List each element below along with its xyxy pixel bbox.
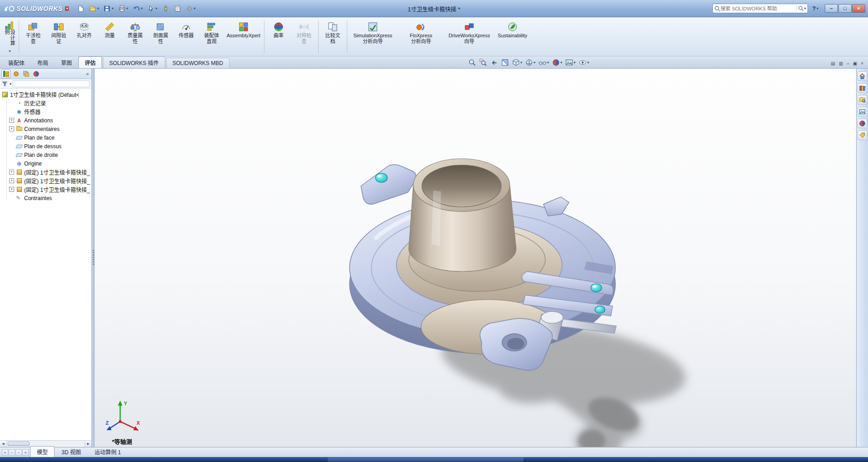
display-style-button[interactable]: ▾ [524,58,536,67]
lug-pin[interactable] [591,284,602,292]
print-button[interactable]: ▾ [117,4,130,14]
tree-item-component-1[interactable]: + (固定) 1寸卫生级卡箍快接_ [9,168,91,176]
tree-item-sensors[interactable]: ◉ 传感器 [9,107,91,116]
section-properties-button[interactable]: 剖面属性 [148,19,173,55]
design-library-tab[interactable] [858,83,867,93]
design-study-button[interactable]: 设计算例 ▾ [2,19,17,55]
hinge-lug[interactable] [361,165,416,204]
tab-evaluate[interactable]: 评估 [78,56,102,68]
previous-tab-button[interactable]: ‹ [9,449,15,456]
search-go-button[interactable]: ▾ [796,5,806,11]
scrollbar-track[interactable] [7,441,85,447]
rebuild-button[interactable] [160,4,171,14]
sensors-button[interactable]: 传感器 [173,19,199,55]
previous-view-button[interactable] [489,58,499,67]
new-document-button[interactable] [75,4,86,14]
appearances-tab[interactable] [858,119,867,128]
first-tab-button[interactable]: « [2,449,8,456]
select-button[interactable]: ▾ [146,4,159,14]
interference-check-button[interactable]: 干涉检查 [20,19,46,55]
measure-button[interactable]: 测量 [97,19,122,55]
undo-button[interactable]: ▾ [131,4,145,14]
apply-scene-button[interactable]: ▾ [564,58,576,67]
file-explorer-tab[interactable] [858,95,867,105]
view-palette-tab[interactable] [858,107,867,116]
open-button[interactable]: ▾ [87,4,101,14]
expand-toggle[interactable]: + [9,126,14,131]
dropdown-icon[interactable]: ▾ [10,82,11,86]
featuremanager-tree-tab[interactable] [1,70,10,78]
options-button[interactable]: ▾ [184,4,198,14]
zoom-fit-button[interactable] [467,58,477,67]
tree-root[interactable]: 1寸卫生级卡箍快接 (Défaut< [2,90,91,99]
filter-funnel-icon[interactable] [2,81,8,87]
driveworksxpress-button[interactable]: DriveWorksXpress向导 [445,19,493,55]
view-settings-button[interactable]: ▾ [578,58,590,67]
assembly-visualization-button[interactable]: 装配体直观 [199,19,224,55]
minimize-button[interactable]: – [825,4,838,13]
tab-model[interactable]: 模型 [30,446,55,457]
edit-appearance-button[interactable]: ▾ [551,58,563,67]
assemblyxpert-button[interactable]: AssemblyXpert [224,19,263,55]
hide-show-items-button[interactable]: ▾ [538,58,550,67]
tree-item-right-plane[interactable]: Plan de droite [9,151,91,159]
pane-layout-button[interactable]: ▤ [830,61,836,66]
tree-item-component-3[interactable]: + (固定) 1寸卫生级卡箍快接_ [9,185,91,194]
save-button[interactable]: ▾ [102,4,115,14]
simulationxpress-button[interactable]: SimulationXpress分析向导 [349,19,397,55]
tree-item-component-2[interactable]: + (固定) 1寸卫生级卡箍快接_ [9,176,91,185]
close-button[interactable]: × [852,4,865,13]
tree-item-origin[interactable]: ⊕ Origine [9,159,91,168]
tab-motion-study-1[interactable]: 运动算例 1 [88,446,128,457]
expand-toggle[interactable]: + [9,118,14,123]
lug-pin-2[interactable] [595,306,605,313]
expand-toggle[interactable]: + [9,170,14,175]
scrollbar-thumb[interactable] [8,442,30,446]
floxpress-button[interactable]: FloXpress分析向导 [397,19,445,55]
doc-minimize-button[interactable]: – [846,61,850,66]
zoom-area-button[interactable] [478,58,488,67]
tree-item-top-plane[interactable]: Plan de dessus [9,142,91,151]
doc-restore-button[interactable]: ▣ [852,61,858,66]
curvature-button[interactable]: 曲率 [266,19,291,55]
tab-3d-views[interactable]: 3D 视图 [55,446,88,457]
maximize-button[interactable]: □ [838,4,852,13]
compare-documents-button[interactable]: 比较文档 [320,19,345,55]
configurationmanager-tab[interactable] [21,70,30,78]
view-orientation-button[interactable]: ▾ [511,58,523,67]
help-search-box[interactable]: ▾ [712,4,808,13]
help-button[interactable]: ?▾ [811,5,820,12]
menu-flyout-icon[interactable]: ▾ [65,6,69,11]
tab-layout[interactable]: 布局 [31,56,55,68]
mass-properties-button[interactable]: 质量属性 [122,19,148,55]
hinge-pin[interactable] [376,173,387,182]
tab-solidworks-addins[interactable]: SOLIDWORKS 插件 [103,56,165,68]
resources-tab[interactable] [858,71,867,81]
sustainability-button[interactable]: Sustainability [493,19,532,55]
tab-sketch[interactable]: 草图 [55,56,78,68]
tree-item-mates[interactable]: ∞ Contraintes [9,194,91,202]
section-view-button[interactable] [500,58,510,67]
search-input[interactable] [721,6,796,11]
tab-assembly[interactable]: 装配体 [2,56,31,68]
last-tab-button[interactable]: » [22,449,29,456]
model-3d-view[interactable] [95,69,856,447]
propertymanager-tab[interactable] [11,70,20,78]
expand-toggle[interactable]: + [9,178,14,183]
custom-properties-tab[interactable] [858,131,867,140]
tree-item-history[interactable]: ◔ 历史记录 [9,99,91,107]
displaymanager-tab[interactable] [31,70,41,78]
hole-alignment-button[interactable]: 孔对齐 [71,19,97,55]
tree-filter-input[interactable] [13,80,90,87]
tree-item-front-plane[interactable]: Plan de face [9,133,91,142]
expand-toggle[interactable]: + [9,187,14,192]
tab-solidworks-mbd[interactable]: SOLIDWORKS MBD [166,58,229,68]
graphics-viewport[interactable]: Y X Z *等轴测 [95,69,856,447]
next-tab-button[interactable]: › [15,449,22,456]
tree-item-comments[interactable]: + Commentaires [9,125,91,133]
pane-layout-2-button[interactable]: ▥ [838,61,844,66]
file-properties-button[interactable] [172,4,183,14]
tree-item-annotations[interactable]: + A Annotations [9,116,91,125]
scroll-left-button[interactable]: ◀ [0,441,7,447]
panel-overflow-chevrons[interactable]: » [85,71,90,76]
